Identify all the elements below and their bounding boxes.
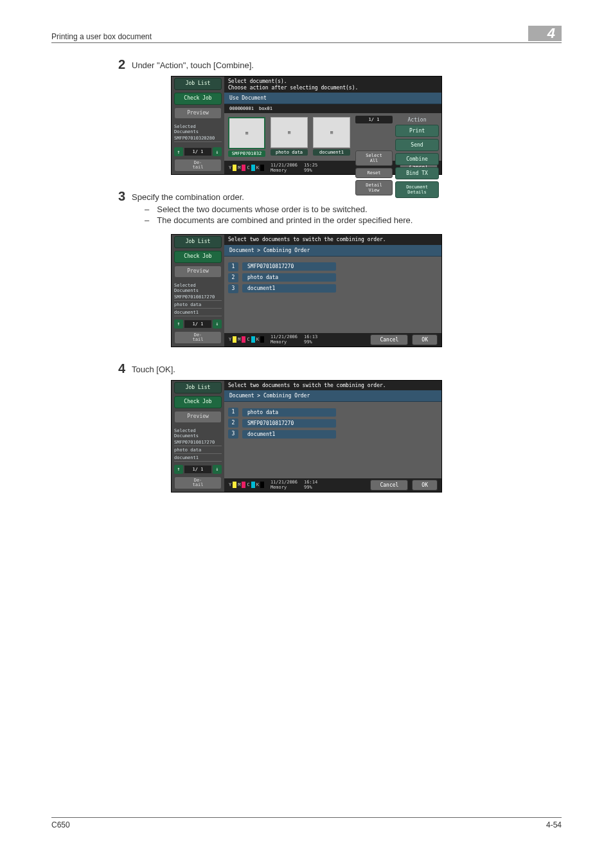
toner-levels: YMCK — [228, 482, 264, 488]
step-4: 4 Touch [OK]. — [100, 361, 562, 376]
job-list-button[interactable]: Job List — [174, 382, 222, 394]
thumb-caption: photo data — [271, 149, 308, 156]
memory-value: 99% — [304, 168, 317, 173]
order-number: 3 — [228, 284, 238, 293]
order-list: 1 photo data 2 SMFP07010817270 3 documen… — [224, 402, 441, 478]
pager-text: 1/ 1 — [184, 148, 211, 156]
main-panel: Select document(s). Choose action after … — [224, 77, 441, 174]
toner-levels: YMCK — [228, 165, 264, 171]
selected-documents-label: Selected Documents — [174, 428, 222, 439]
thumb-caption: SMFP0701032 — [228, 150, 265, 157]
order-row[interactable]: 1 SMFP07010817270 — [228, 262, 438, 271]
selected-doc-item: SMFP07010817270 — [174, 294, 222, 301]
order-name: SMFP07010817270 — [242, 262, 336, 271]
arrow-up-icon[interactable]: ↑ — [174, 465, 183, 474]
ok-button[interactable]: OK — [412, 334, 438, 345]
status-bar: YMCK 11/21/2006 Memory 16:14 99% Cancel — [224, 478, 441, 492]
use-document-tab[interactable]: Use Document — [224, 93, 441, 104]
date-text: 11/21/2006 — [271, 480, 298, 485]
detail-button[interactable]: De- tail — [174, 159, 222, 172]
selected-doc-item: SMFP07010320280 — [174, 135, 222, 142]
arrow-up-icon[interactable]: ↑ — [174, 147, 183, 156]
order-row[interactable]: 3 document1 — [228, 284, 438, 293]
document-thumb[interactable]: ▦ SMFP0701032 — [228, 117, 265, 157]
dash-icon: – — [145, 204, 149, 214]
hint-text: Select two documents to switch the combi… — [224, 381, 441, 391]
page-header: Printing a user box document 4 — [51, 26, 562, 43]
reset-button[interactable]: Reset — [355, 168, 393, 178]
detail-view-button[interactable]: Detail View — [355, 180, 393, 195]
selected-doc-item: photo data — [174, 447, 222, 454]
arrow-up-icon[interactable]: ↑ — [174, 320, 183, 329]
step-number: 2 — [100, 57, 132, 72]
order-number: 1 — [228, 262, 238, 271]
order-row[interactable]: 2 photo data — [228, 273, 438, 282]
order-name: document1 — [242, 284, 336, 293]
order-name: photo data — [242, 408, 336, 417]
chapter-number: 4 — [528, 26, 562, 41]
preview-button[interactable]: Preview — [174, 107, 222, 120]
ok-button[interactable]: OK — [412, 480, 438, 491]
document-details-button[interactable]: Document Details — [395, 181, 439, 198]
arrow-down-icon[interactable]: ↓ — [213, 465, 222, 474]
cancel-button[interactable]: Cancel — [370, 480, 408, 491]
sub-item: The documents are combined and printed i… — [157, 215, 413, 225]
step-3: 3 Specify the combination order. –Select… — [100, 189, 562, 230]
side-panel: Job List Check Job Preview Selected Docu… — [172, 381, 224, 492]
send-button[interactable]: Send — [395, 139, 439, 151]
arrow-down-icon[interactable]: ↓ — [213, 320, 222, 329]
side-panel: Job List Check Job Preview Selected Docu… — [172, 77, 224, 174]
document-thumb[interactable]: ▦ document1 — [313, 117, 350, 157]
hint-text: Select two documents to switch the combi… — [224, 235, 441, 245]
side-panel: Job List Check Job Preview Selected Docu… — [172, 235, 224, 346]
pager-text: 1/ 1 — [184, 466, 211, 473]
order-name: photo data — [242, 273, 336, 282]
toner-levels: YMCK — [228, 336, 264, 343]
step-2: 2 Under "Action", touch [Combine]. — [100, 57, 562, 72]
status-bar: YMCK 11/21/2006 Memory 16:13 99% Cancel — [224, 333, 441, 347]
main-panel: Select two documents to switch the combi… — [224, 235, 441, 346]
check-job-button[interactable]: Check Job — [174, 93, 222, 105]
footer-left: C650 — [51, 820, 70, 829]
job-list-button[interactable]: Job List — [174, 236, 222, 248]
sub-item: Select the two documents whose order is … — [157, 204, 367, 214]
check-job-button[interactable]: Check Job — [174, 251, 222, 263]
screenshot-use-document: Job List Check Job Preview Selected Docu… — [171, 76, 442, 175]
order-number: 1 — [228, 408, 238, 417]
check-job-button[interactable]: Check Job — [174, 396, 222, 408]
arrow-down-icon[interactable]: ↓ — [213, 147, 222, 156]
box-id: 000000001 — [229, 106, 254, 111]
selected-documents-label: Selected Documents — [174, 283, 222, 293]
time-text: 15:25 — [304, 163, 317, 168]
thumbnail-icon: ▦ — [228, 117, 265, 149]
detail-button[interactable]: De- tail — [174, 331, 222, 344]
print-button[interactable]: Print — [395, 125, 439, 137]
memory-label: Memory — [271, 485, 287, 490]
time-text: 16:13 — [304, 334, 317, 339]
selected-documents-label: Selected Documents — [174, 124, 222, 134]
preview-button[interactable]: Preview — [174, 266, 222, 278]
order-row[interactable]: 3 document1 — [228, 429, 438, 439]
document-grid: ▦ SMFP0701032 ▦ photo data ▦ document1 — [224, 113, 441, 161]
order-name: SMFP07010817270 — [242, 419, 336, 428]
selected-doc-item: photo data — [174, 302, 222, 309]
side-pager: ↑ 1/ 1 ↓ — [174, 465, 222, 474]
date-text: 11/21/2006 — [271, 334, 298, 339]
time-text: 16:14 — [304, 480, 317, 485]
order-row[interactable]: 2 SMFP07010817270 — [228, 419, 438, 428]
pager-text: 1/ 1 — [184, 320, 211, 328]
job-list-button[interactable]: Job List — [174, 78, 222, 90]
step-number: 4 — [100, 361, 132, 376]
order-row[interactable]: 1 photo data — [228, 408, 438, 417]
order-number: 2 — [228, 273, 238, 282]
document-thumb[interactable]: ▦ photo data — [271, 117, 308, 157]
cancel-button[interactable]: Cancel — [370, 334, 408, 345]
combine-button[interactable]: Combine — [395, 153, 439, 165]
select-all-button[interactable]: Select All — [355, 150, 393, 166]
bind-tx-button[interactable]: Bind TX — [395, 167, 439, 179]
hint-line: Select document(s). — [228, 78, 438, 85]
detail-button[interactable]: De- tail — [174, 476, 222, 489]
selected-doc-item: document1 — [174, 455, 222, 462]
preview-button[interactable]: Preview — [174, 411, 222, 423]
selected-doc-item: document1 — [174, 309, 222, 316]
